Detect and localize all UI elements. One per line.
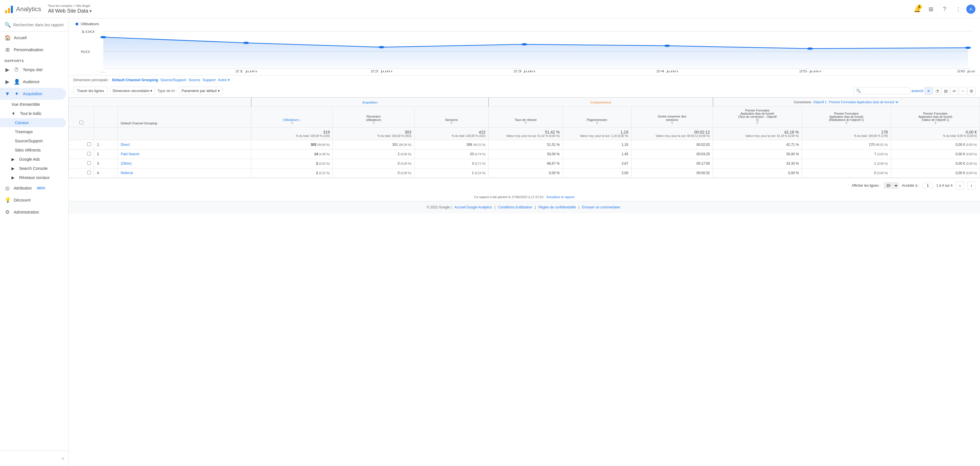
notification-button[interactable]: 🔔 1: [912, 3, 923, 15]
property-selector[interactable]: All Web Site Data ▾: [48, 8, 92, 14]
sidebar-item-source-support[interactable]: Source/Support: [0, 136, 66, 146]
sidebar-collapse-button[interactable]: ‹: [0, 453, 68, 464]
tracer-lignes-button[interactable]: Tracer les lignes: [73, 87, 108, 95]
row2-checkbox[interactable]: [87, 152, 91, 156]
report-footer: Ce rapport a été généré le 27/06/2022 à …: [68, 193, 980, 201]
row3-checkbox[interactable]: [87, 161, 91, 165]
row3-taux-rebond: 66,67 %: [488, 159, 563, 169]
footer-accueil-link[interactable]: Accueil Google Analytics: [454, 205, 492, 209]
bar-view-button[interactable]: ▤: [942, 87, 950, 95]
sidebar-item-vue-ensemble[interactable]: Vue d'ensemble: [0, 100, 66, 109]
users-help-icon[interactable]: ?: [291, 121, 293, 125]
conv1-taux-help-icon[interactable]: ?: [756, 121, 758, 125]
footer-commentaire-link[interactable]: Envoyer un commentaire: [582, 205, 620, 209]
th-users[interactable]: Utilisateurs ↓ ?: [251, 107, 333, 127]
compare-view-button[interactable]: ⇄: [950, 87, 958, 95]
prev-page-button[interactable]: ‹: [956, 181, 964, 189]
page-input[interactable]: [923, 183, 933, 188]
conversions-objective-select[interactable]: Objectif 1 : Premier Formulaire Applicat…: [812, 100, 899, 104]
user-avatar[interactable]: A: [966, 5, 975, 14]
footer-conditions-link[interactable]: Conditions d'utilisation: [498, 205, 532, 209]
dim-source[interactable]: Source: [188, 78, 200, 82]
sidebar-item-audience[interactable]: ▶ 👤 Audience: [0, 76, 66, 88]
row1-dimension-link[interactable]: Direct: [121, 143, 129, 147]
sidebar-label-decouvrir: Découvrir: [14, 198, 31, 202]
apps-button[interactable]: ⊞: [925, 3, 937, 15]
sidebar-item-administration[interactable]: ⚙ Administration: [0, 206, 66, 218]
select-all-checkbox[interactable]: [80, 121, 83, 124]
sidebar-item-treemaps[interactable]: Treemaps: [0, 127, 66, 136]
th-conv1-taux[interactable]: Premier FormulaireApplication (bas de fu…: [713, 107, 802, 127]
dim-support[interactable]: Support: [203, 78, 216, 82]
line-chart: 100 50: [73, 27, 975, 73]
total-num-cell: [94, 127, 118, 140]
sidebar-label-personnalisation: Personnalisation: [14, 48, 43, 52]
rows-per-page-select[interactable]: 10 25 50 100: [884, 182, 899, 189]
pie-view-button[interactable]: ◔: [933, 87, 941, 95]
help-button[interactable]: ?: [939, 3, 950, 15]
conv1-val-help-icon[interactable]: ?: [935, 121, 936, 125]
sidebar-label-google-ads: Google Ads: [19, 157, 40, 162]
sidebar-label-acquisition: Acquisition: [23, 91, 42, 96]
row2-conv1-real: 7 (3,93 %): [802, 150, 891, 159]
sidebar-item-temps-reel[interactable]: ▶ ⏱ Temps réel: [0, 64, 66, 76]
sidebar-item-reseaux-sociaux[interactable]: ▶ Réseaux sociaux: [0, 173, 66, 182]
sidebar-item-canaux[interactable]: Canaux: [0, 118, 66, 127]
row1-checkbox-cell[interactable]: [69, 140, 94, 150]
show-rows-label: Afficher les lignes :: [852, 183, 880, 188]
conv1-real-help-icon[interactable]: ?: [845, 121, 847, 125]
next-page-button[interactable]: ›: [967, 181, 975, 189]
taux-rebond-help-icon[interactable]: ?: [525, 121, 526, 125]
toolbar-row: Tracer les lignes Dimension secondaire ▾…: [68, 84, 980, 97]
sessions-help-icon[interactable]: ?: [450, 121, 452, 125]
sidebar-item-google-ads[interactable]: ▶ Google Ads: [0, 155, 66, 164]
th-conv1-val[interactable]: Premier FormulaireApplication (bas de fu…: [891, 107, 980, 127]
pivot-view-button[interactable]: ↔: [959, 87, 967, 95]
dimension-secondaire-dropdown[interactable]: Dimension secondaire ▾: [110, 87, 155, 95]
sidebar-item-search-console[interactable]: ▶ Search Console: [0, 164, 66, 173]
sidebar-label-tout-le-trafic: Tout le trafic: [20, 111, 41, 116]
audience-icon: 👤: [14, 79, 19, 85]
th-conv1-real[interactable]: Premier FormulaireApplication (bas de fu…: [802, 107, 891, 127]
new-users-help-icon[interactable]: ?: [373, 121, 374, 125]
duree-moy-help-icon[interactable]: ?: [671, 121, 673, 125]
table-view-button[interactable]: ≡: [924, 87, 932, 95]
table-search-input[interactable]: [862, 89, 908, 93]
refresh-report-link[interactable]: Actualiser le rapport: [547, 195, 574, 199]
row1-checkbox[interactable]: [87, 142, 91, 146]
sidebar-item-tout-le-trafic[interactable]: ▼ Tout le trafic: [0, 109, 66, 118]
grid-view-button[interactable]: ⊞: [967, 87, 975, 95]
svg-text:...: ...: [100, 70, 107, 73]
sidebar-item-attribution[interactable]: ◎ Attribution BETA: [0, 182, 66, 194]
th-taux-rebond[interactable]: Taux de rebond ?: [488, 107, 563, 127]
dim-autre[interactable]: Autre ▾: [218, 78, 230, 82]
more-options-button[interactable]: ⋮: [953, 3, 964, 15]
sidebar-item-sites-referents[interactable]: Sites référents: [0, 146, 66, 155]
th-duree-moy[interactable]: Durée moyenne dessessions ?: [631, 107, 713, 127]
avance-link[interactable]: avancé: [912, 89, 923, 93]
th-pages-session[interactable]: Pages/session ?: [563, 107, 631, 127]
row2-checkbox-cell[interactable]: [69, 150, 94, 159]
dim-source-support[interactable]: Source/Support: [161, 78, 186, 82]
th-new-users[interactable]: Nouveauxutilisateurs ?: [333, 107, 414, 127]
th-sessions[interactable]: Sessions ?: [414, 107, 488, 127]
row3-dimension-link[interactable]: (Other): [121, 162, 132, 165]
dim-default-channel[interactable]: Default Channel Grouping: [112, 78, 158, 82]
sidebar-item-decouvrir[interactable]: 💡 Découvrir: [0, 194, 66, 206]
row3-checkbox-cell[interactable]: [69, 159, 94, 169]
sidebar-item-accueil[interactable]: 🏠 Accueil: [0, 32, 66, 44]
google-ads-expand-icon: ▶: [11, 157, 14, 162]
pages-session-help-icon[interactable]: ?: [596, 121, 598, 125]
group-header-comportement: Comportement: [488, 98, 713, 107]
row4-checkbox[interactable]: [87, 171, 91, 174]
footer-regles-link[interactable]: Règles de confidentialité: [538, 205, 576, 209]
sidebar-item-personnalisation[interactable]: ⊞ Personnalisation: [0, 44, 66, 56]
row4-dimension-link[interactable]: Referral: [121, 171, 133, 175]
row1-conv1-val: 0,00 € (0,00 %): [891, 140, 980, 150]
row2-dimension-link[interactable]: Paid Search: [121, 152, 139, 156]
row4-checkbox-cell[interactable]: [69, 169, 94, 178]
beta-badge: BETA: [36, 186, 46, 190]
parametre-dropdown[interactable]: Paramètre par défaut ▾: [179, 87, 222, 95]
sidebar-item-acquisition[interactable]: ▼ ✦ Acquisition: [0, 88, 66, 100]
sidebar-search-input[interactable]: [13, 22, 64, 27]
